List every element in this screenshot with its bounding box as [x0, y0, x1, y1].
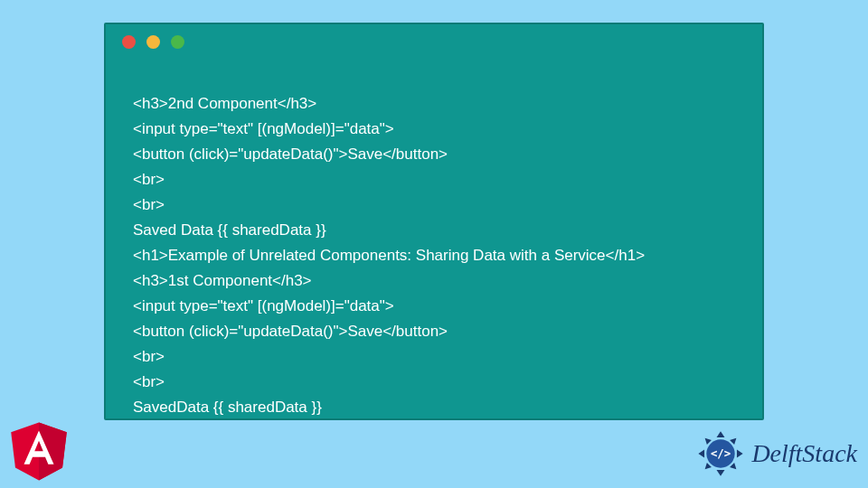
maximize-icon[interactable]: [171, 35, 184, 49]
svg-marker-9: [705, 463, 712, 469]
code-line: <button (click)="updateData()">Save</but…: [133, 145, 448, 163]
code-body: <h3>2nd Component</h3> <input type="text…: [106, 59, 762, 420]
code-line: <h3>1st Component</h3>: [133, 272, 312, 289]
svg-marker-7: [705, 438, 712, 445]
delftstack-logo-text: DelftStack: [751, 439, 857, 468]
code-line: SavedData {{ sharedData }}: [133, 399, 322, 416]
code-line: <br>: [133, 348, 165, 365]
code-line: <br>: [133, 373, 165, 390]
code-line: <br>: [133, 171, 165, 188]
window-titlebar: [106, 24, 762, 59]
svg-marker-6: [737, 450, 743, 458]
close-icon[interactable]: [122, 35, 136, 49]
delftstack-logo: </> DelftStack: [695, 428, 857, 479]
minimize-icon[interactable]: [146, 35, 160, 49]
svg-marker-5: [699, 450, 705, 458]
svg-marker-10: [730, 463, 736, 469]
code-line: <input type="text" [(ngModel)]="data">: [133, 120, 394, 137]
code-line: <h3>2nd Component</h3>: [133, 95, 316, 112]
code-line: <br>: [133, 196, 165, 213]
angular-logo-icon: [7, 416, 71, 483]
svg-marker-3: [717, 431, 725, 437]
code-line: Saved Data {{ sharedData }}: [133, 221, 326, 239]
code-line: <button (click)="updateData()">Save</but…: [133, 323, 448, 340]
code-line: <h1>Example of Unrelated Components: Sha…: [133, 247, 645, 264]
code-line: <input type="text" [(ngModel)]="data">: [133, 297, 394, 314]
svg-text:</>: </>: [711, 447, 731, 460]
svg-marker-4: [717, 470, 725, 476]
svg-marker-8: [730, 438, 736, 445]
delftstack-badge-icon: </>: [695, 428, 746, 479]
code-window: <h3>2nd Component</h3> <input type="text…: [104, 23, 764, 420]
